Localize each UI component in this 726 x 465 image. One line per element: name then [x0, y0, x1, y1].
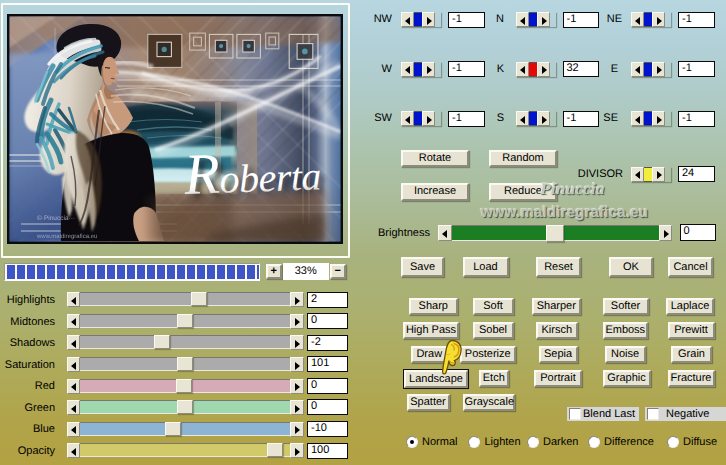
svg-text:©·Pinuccia···: ©·Pinuccia···: [37, 215, 75, 222]
svg-text:www.maldiregrafica.eu: www.maldiregrafica.eu: [36, 233, 97, 240]
